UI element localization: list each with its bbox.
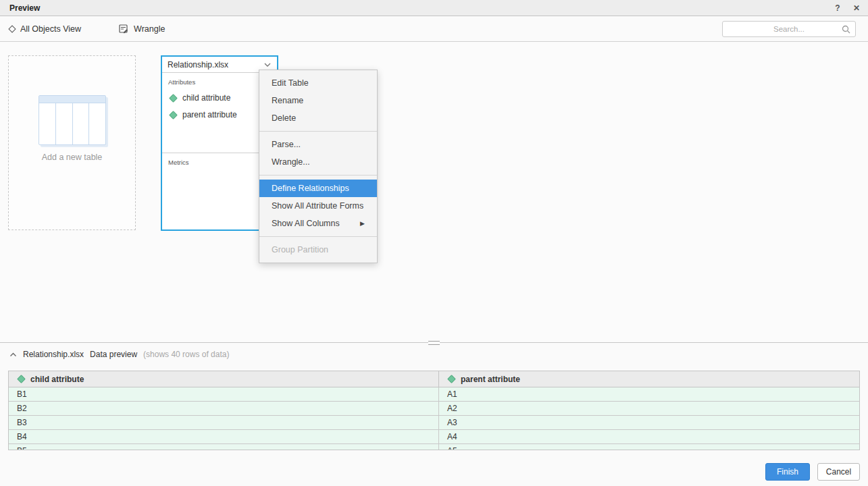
table-cell: B3 [9, 416, 438, 429]
menu-item-define-relationships[interactable]: Define Relationships [259, 180, 377, 197]
attribute-diamond-icon [169, 94, 178, 103]
table-row: B2 A2 [9, 402, 859, 416]
menu-item-rename[interactable]: Rename [259, 92, 377, 109]
menu-item-edit-table[interactable]: Edit Table [259, 74, 377, 92]
attributes-label: Attributes [168, 78, 271, 86]
menu-separator [259, 131, 377, 132]
preview-source-name: Relationship.xlsx [23, 350, 84, 359]
table-row: B5 A5 [9, 444, 859, 450]
table-canvas: Add a new table Relationship.xlsx Attrib… [0, 42, 868, 342]
column-header-parent-attribute[interactable]: parent attribute [438, 371, 859, 387]
table-cell: B4 [9, 430, 438, 443]
preview-row-count-note: (shows 40 rows of data) [143, 350, 229, 359]
finish-button[interactable]: Finish [765, 463, 810, 481]
table-card-title: Relationship.xlsx [168, 60, 228, 70]
all-objects-view-label: All Objects View [20, 24, 81, 34]
table-cell: A4 [438, 430, 859, 443]
menu-item-show-all-attribute-forms[interactable]: Show All Attribute Forms [259, 197, 377, 215]
toolbar: All Objects View Wrangle [0, 16, 868, 42]
title-bar: Preview ? ✕ [0, 0, 868, 16]
window-title: Preview [9, 3, 40, 13]
diamond-outline-icon [8, 25, 16, 32]
attribute-diamond-icon [169, 111, 178, 119]
data-preview-section: Relationship.xlsx Data preview (shows 40… [0, 342, 868, 486]
submenu-arrow-icon: ▶ [360, 215, 365, 232]
menu-item-parse[interactable]: Parse... [259, 136, 377, 153]
table-row: B4 A4 [9, 430, 859, 444]
table-row: B1 A1 [9, 387, 859, 402]
attribute-item-child[interactable]: child attribute [170, 93, 271, 103]
close-icon[interactable]: ✕ [852, 3, 861, 13]
table-row: B3 A3 [9, 416, 859, 430]
table-cell: B1 [9, 387, 438, 401]
add-new-table-label: Add a new table [9, 153, 135, 162]
table-cell: A1 [438, 387, 859, 401]
search-input[interactable] [723, 22, 855, 36]
wrangle-icon [119, 24, 128, 34]
table-context-menu: Edit Table Rename Delete Parse... Wrangl… [259, 70, 378, 263]
attribute-diamond-icon [17, 375, 26, 383]
table-cell: B5 [9, 444, 438, 450]
chevron-down-icon[interactable] [263, 62, 272, 68]
add-new-table-button[interactable]: Add a new table [8, 55, 136, 230]
attribute-label: parent attribute [182, 110, 237, 119]
table-icon [39, 95, 106, 145]
wrangle-button[interactable]: Wrangle [119, 24, 165, 34]
data-preview-table: child attribute parent attribute B1 A1 B… [8, 371, 860, 450]
table-header-row: child attribute parent attribute [9, 371, 859, 387]
column-header-label: parent attribute [461, 375, 520, 384]
cancel-button[interactable]: Cancel [817, 463, 860, 481]
collapse-chevron-icon[interactable] [9, 352, 17, 357]
menu-separator [259, 236, 377, 237]
metrics-label: Metrics [168, 159, 271, 166]
table-cell: A3 [438, 416, 859, 429]
preview-section-title: Data preview [90, 350, 137, 359]
attribute-label: child attribute [182, 93, 230, 103]
column-header-label: child attribute [30, 375, 84, 384]
menu-item-delete[interactable]: Delete [259, 109, 377, 127]
all-objects-view-button[interactable]: All Objects View [9, 24, 81, 34]
attribute-item-parent[interactable]: parent attribute [170, 110, 271, 119]
search-icon [842, 25, 850, 34]
column-header-child-attribute[interactable]: child attribute [9, 371, 438, 387]
table-cell: A5 [438, 444, 859, 450]
data-preview-header: Relationship.xlsx Data preview (shows 40… [9, 350, 229, 359]
search-box[interactable] [722, 21, 856, 37]
menu-separator [259, 175, 377, 176]
splitter-drag-handle[interactable] [428, 341, 440, 345]
attribute-diamond-icon [447, 375, 456, 383]
menu-item-wrangle[interactable]: Wrangle... [259, 153, 377, 171]
help-icon[interactable]: ? [833, 3, 842, 13]
wrangle-label: Wrangle [134, 24, 165, 34]
table-cell: A2 [438, 402, 859, 415]
table-cell: B2 [9, 402, 438, 415]
menu-item-show-all-columns[interactable]: Show All Columns ▶ [259, 215, 377, 232]
menu-item-group-partition: Group Partition [259, 241, 377, 259]
